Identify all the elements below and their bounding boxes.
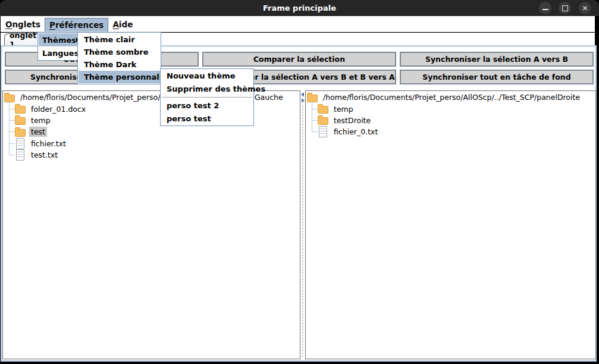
tree-item-label: test — [29, 127, 47, 137]
file-icon — [16, 138, 24, 149]
folder-icon — [307, 95, 318, 102]
menu-item[interactable]: Langues — [39, 46, 77, 59]
tree-item-label: temp — [332, 104, 355, 114]
tree-item-label: fichier_0.txt — [332, 127, 380, 137]
menu-item[interactable]: Thème Dark — [79, 58, 160, 71]
menu-item[interactable]: Thème personnalisé — [79, 71, 160, 83]
tree-guide-stub — [9, 155, 15, 155]
tree-guide-stub — [312, 109, 318, 109]
folder-icon — [15, 129, 26, 137]
menu-item[interactable]: Supprimer des thèmes — [161, 83, 253, 96]
tab-onglet-1[interactable]: onglet 1 — [4, 33, 40, 46]
folder-icon — [318, 106, 328, 114]
window-title: Frame principale — [0, 0, 599, 16]
tree-item-test[interactable]: test — [3, 126, 300, 137]
tree-root-row[interactable]: /home/floris/Documents/Projet_perso/AllO… — [306, 92, 595, 103]
splitter-grip — [302, 106, 303, 357]
preferences-menu-popup: ThèmesLangues — [37, 32, 79, 61]
right-file-tree: /home/floris/Documents/Projet_perso/AllO… — [306, 91, 595, 359]
menubar-item-aide[interactable]: Aide — [108, 17, 137, 32]
split-pane-divider[interactable] — [300, 90, 305, 359]
close-button[interactable]: ✕ — [579, 2, 591, 14]
folder-icon — [15, 106, 26, 114]
close-icon: ✕ — [582, 5, 588, 12]
folder-icon — [15, 117, 26, 125]
toolbar-button[interactable]: Synchroniser la sélection A vers B — [400, 52, 594, 67]
minimize-icon — [542, 9, 548, 10]
tree-item-label: folder_01.docx — [29, 104, 87, 114]
tree-guide-stub — [312, 120, 318, 121]
collapse-right-icon[interactable] — [302, 98, 305, 103]
toolbar-button[interactable]: Synchroniser tout en tâche de fond — [400, 70, 594, 84]
tree-guide-stub — [9, 120, 15, 121]
folder-icon — [318, 117, 328, 125]
menubar-item-onglets[interactable]: Onglets — [1, 17, 45, 32]
maximize-icon — [562, 5, 568, 11]
left-file-panel: /home/floris/Documents/Projet_perso/AllO… — [2, 90, 300, 359]
tree-item-testDroite[interactable]: testDroite — [306, 115, 595, 126]
menu-item[interactable]: Thèmes — [39, 33, 77, 46]
menu-item[interactable]: Nouveau thème — [161, 70, 253, 83]
tree-item-label: fichier.txt — [29, 139, 68, 149]
folder-icon — [4, 95, 15, 102]
tree-item-test.txt[interactable]: test.txt — [3, 149, 300, 161]
tree-item-folder_01.docx[interactable]: folder_01.docx — [3, 103, 300, 114]
tree-item-temp[interactable]: temp — [306, 103, 595, 114]
minimize-button[interactable] — [539, 2, 551, 14]
main-window: Frame principale ✕ OngletsPréférencesAid… — [0, 0, 599, 364]
tree-guide-stub — [312, 131, 318, 132]
menu-item[interactable]: Thème clair — [79, 33, 160, 46]
tree-root-path: /home/floris/Documents/Projet_perso/AllO… — [321, 92, 582, 102]
menu-item[interactable]: Thème sombre — [79, 46, 160, 58]
custom-theme-submenu-popup: Nouveau thèmeSupprimer des thèmesperso t… — [160, 68, 254, 126]
menu-item[interactable]: perso test 2 — [161, 99, 253, 112]
tree-item-label: testDroite — [332, 115, 372, 125]
tree-guide-stub — [9, 109, 15, 109]
maximize-button[interactable] — [559, 2, 571, 14]
tree-item-label: temp — [29, 115, 52, 125]
tree-item-fichier.txt[interactable]: fichier.txt — [3, 138, 300, 149]
title-bar: Frame principale ✕ — [0, 0, 599, 16]
tree-guide-line — [312, 102, 312, 132]
tree-guide-stub — [9, 143, 15, 144]
menu-separator — [162, 97, 252, 98]
themes-submenu-popup: Thème clairThème sombreThème DarkThème p… — [77, 32, 161, 84]
tree-item-label: test.txt — [29, 150, 59, 160]
toolbar-button[interactable]: Comparer la sélection — [202, 52, 396, 67]
file-icon — [16, 149, 24, 161]
menu-bar: OngletsPréférencesAide — [1, 16, 595, 32]
file-icon — [319, 126, 327, 137]
right-file-panel: /home/floris/Documents/Projet_perso/AllO… — [305, 90, 596, 359]
collapse-left-icon[interactable] — [301, 92, 304, 97]
tree-item-fichier_0.txt[interactable]: fichier_0.txt — [306, 126, 595, 137]
tree-guide-line — [9, 102, 10, 155]
tree-root-row[interactable]: /home/floris/Documents/Projet_perso/AllO… — [3, 92, 300, 103]
menu-item[interactable]: perso test — [161, 112, 253, 125]
left-file-tree: /home/floris/Documents/Projet_perso/AllO… — [3, 91, 300, 359]
tree-guide-stub — [9, 131, 15, 132]
tree-item-temp[interactable]: temp — [3, 115, 300, 126]
menubar-item-préférences[interactable]: Préférences — [45, 18, 108, 32]
